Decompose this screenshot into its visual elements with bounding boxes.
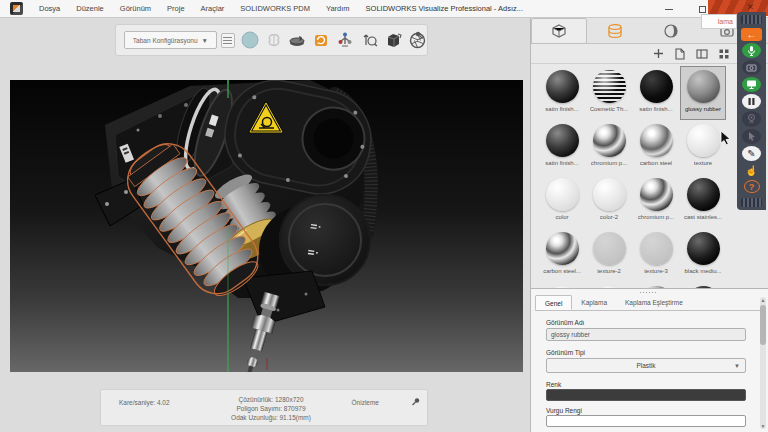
recorder-cursor-button[interactable] <box>742 129 761 144</box>
recorder-hand-button[interactable]: ☝ <box>742 163 761 178</box>
import-file-icon <box>674 48 686 60</box>
swatch-label: black mediu... <box>684 268 721 274</box>
recorder-draw-button[interactable]: ✎ <box>742 146 761 161</box>
add-appearance-button[interactable] <box>651 47 665 61</box>
swatch-label: color <box>555 214 568 220</box>
appearance-swatch-grid: satin finish... Cosmetic Th... satin fin… <box>539 66 735 288</box>
pencil-icon: ✎ <box>747 148 755 159</box>
properties-scrollbar[interactable]: ▲ ▼ <box>760 297 766 429</box>
menu-yardim[interactable]: Yardım <box>318 0 358 18</box>
recorder-webcam-button[interactable] <box>742 111 761 126</box>
material-sphere <box>687 70 720 103</box>
material-sphere <box>593 232 626 265</box>
swatch[interactable]: texture-2 <box>586 228 632 282</box>
recorder-screen-button[interactable] <box>742 77 761 92</box>
status-pin-button[interactable] <box>411 393 421 411</box>
tab-environments[interactable] <box>643 18 699 44</box>
recorder-drag-handle[interactable] <box>741 198 762 207</box>
appearance-type-select[interactable]: Plastik ▼ <box>546 358 746 373</box>
denoiser-button[interactable] <box>264 30 283 50</box>
swatch[interactable]: black mediu... <box>680 228 726 282</box>
swatch[interactable]: satin finish... <box>539 120 585 174</box>
camera-cube-button[interactable] <box>384 30 403 50</box>
configuration-dropdown[interactable]: Taban Konfigürasyonu ▼ <box>124 31 217 49</box>
render-status-panel: Kare/saniye: 4.02 Çözünürlük: 1280x720 P… <box>100 389 428 426</box>
library-panel: satin finish... Cosmetic Th... satin fin… <box>530 18 768 432</box>
menu-gorunum[interactable]: Görünüm <box>112 0 159 18</box>
menu-araclar[interactable]: Araçlar <box>193 0 233 18</box>
material-sphere <box>640 178 673 211</box>
material-sphere <box>546 124 579 157</box>
recorder-pause-button[interactable] <box>742 94 761 109</box>
tab-kaplama-eslestirme[interactable]: Kaplama Eşleştirme <box>616 295 692 310</box>
material-sphere <box>687 178 720 211</box>
zoom-actual-button[interactable] <box>360 30 379 50</box>
split-view-button[interactable] <box>695 47 709 61</box>
swatch-selected[interactable]: glossy rubber <box>680 66 726 120</box>
recorder-camera-button[interactable] <box>742 60 761 75</box>
recorder-tooltip: lama <box>701 14 737 29</box>
swatch[interactable]: carbon steel... <box>539 228 585 282</box>
menu-duzenle[interactable]: Düzenle <box>68 0 112 18</box>
material-sphere <box>546 70 579 103</box>
swatch[interactable]: satin finish... <box>539 66 585 120</box>
swatch[interactable]: carbon steel <box>633 120 679 174</box>
minimize-button[interactable] <box>665 9 673 10</box>
swatch-label: color-2 <box>600 214 618 220</box>
resolution-value: Çözünürlük: 1280x720 <box>196 395 346 404</box>
brain-icon <box>265 31 283 49</box>
render-sphere-icon <box>241 31 259 49</box>
swatch-label: carbon steel <box>640 160 673 166</box>
swatch[interactable]: cast stainles... <box>680 174 726 228</box>
swatch-label: satin finish... <box>545 160 578 166</box>
recorder-mic-button[interactable] <box>742 43 761 58</box>
material-sphere <box>593 70 626 103</box>
menu-dosya[interactable]: Dosya <box>31 0 68 18</box>
menu-bar: Dosya Düzenle Görünüm Proje Araçlar SOLI… <box>0 0 768 18</box>
toolbar-pin-button[interactable] <box>414 26 424 44</box>
recorder-back-button[interactable]: ← <box>741 28 762 41</box>
swatch-label: chromium p... <box>591 160 627 166</box>
grid-view-button[interactable] <box>717 47 731 61</box>
swatch[interactable]: color-2 <box>586 174 632 228</box>
pivot-button[interactable] <box>336 30 355 50</box>
configuration-list-button[interactable] <box>221 33 235 48</box>
color-swatch[interactable] <box>546 389 746 401</box>
swatch[interactable]: chromium p... <box>633 174 679 228</box>
import-button[interactable] <box>673 47 687 61</box>
render-sphere-button[interactable] <box>240 30 259 50</box>
recorder-toolbar: ← ✎ ☝ ? <box>737 12 766 210</box>
microphone-icon <box>746 45 757 56</box>
hand-icon: ☝ <box>745 165 757 176</box>
tab-kaplama[interactable]: Kaplama <box>572 295 616 310</box>
configuration-dropdown-value: Taban Konfigürasyonu <box>133 37 198 44</box>
swatch[interactable]: satin finish... <box>633 66 679 120</box>
turntable-button[interactable] <box>288 30 307 50</box>
panel-resize-handle[interactable] <box>639 291 657 294</box>
tab-genel[interactable]: Genel <box>535 295 572 310</box>
scrollbar-thumb[interactable] <box>760 305 766 345</box>
swatch[interactable]: texture-3 <box>633 228 679 282</box>
swatch-label: satin finish... <box>545 106 578 112</box>
menu-solidworks-pdm[interactable]: SOLIDWORKS PDM <box>232 0 318 18</box>
plus-icon <box>653 48 664 59</box>
appearance-name-input[interactable]: glossy rubber <box>546 328 746 341</box>
swatch[interactable]: chromium p... <box>586 120 632 174</box>
tab-models[interactable] <box>531 18 587 44</box>
rotate-model-button[interactable] <box>312 30 331 50</box>
mouse-cursor <box>720 130 732 146</box>
swatch[interactable]: texture <box>680 120 726 174</box>
maximize-button[interactable] <box>699 6 706 13</box>
menu-proje[interactable]: Proje <box>159 0 193 18</box>
appearances-cylinder-icon <box>607 23 623 39</box>
tab-appearances[interactable] <box>587 18 643 44</box>
close-icon[interactable]: ✕ <box>746 2 754 12</box>
recorder-help-button[interactable]: ? <box>744 180 760 193</box>
swatch[interactable]: Cosmetic Th... <box>586 66 632 120</box>
highlight-color-swatch[interactable] <box>546 415 746 427</box>
recorder-drag-handle[interactable] <box>741 15 762 24</box>
3d-viewport[interactable] <box>10 80 523 372</box>
material-sphere <box>593 178 626 211</box>
swatch[interactable]: color <box>539 174 585 228</box>
material-sphere <box>687 124 720 157</box>
